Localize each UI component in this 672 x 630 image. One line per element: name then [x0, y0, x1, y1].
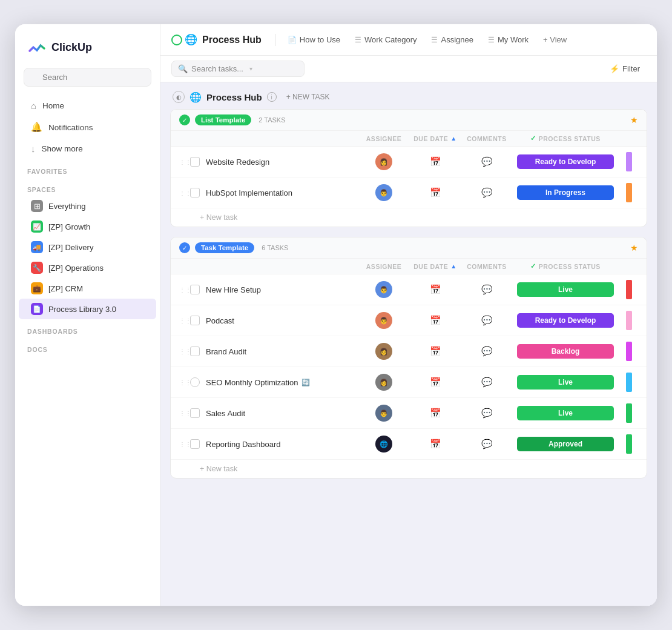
task-checkbox[interactable]: [190, 408, 200, 418]
task-template-col-headers: ASSIGNEE DUE DATE ▲ COMMENTS ✓ PROCESS S…: [171, 259, 647, 274]
task-comment-cell[interactable]: 💬: [463, 439, 511, 449]
task-name-col: Podcast: [206, 316, 360, 325]
toolbar: 🔍 Search tasks... ▾ ⚡ Filter: [160, 56, 657, 82]
color-strip: [626, 183, 632, 202]
sidebar-item-delivery[interactable]: 🚚 [ZP] Delivery: [19, 237, 156, 257]
chevron-down-icon-search: ▾: [249, 65, 252, 72]
task-assignee-cell: 👨: [360, 312, 408, 329]
task-assignee-cell: 👨: [360, 405, 408, 422]
crm-icon: 💼: [31, 282, 43, 294]
sidebar-section-spaces: SPACES: [15, 177, 160, 196]
task-checkbox[interactable]: [190, 285, 200, 294]
task-checkbox[interactable]: [190, 439, 200, 449]
task-search-bar[interactable]: 🔍 Search tasks... ▾: [171, 61, 305, 77]
search-placeholder: Search tasks...: [191, 64, 243, 73]
drag-handle-icon: ⋮⋮: [179, 159, 186, 165]
new-task-button[interactable]: + NEW TASK: [282, 91, 335, 103]
avatar: 👨: [375, 281, 392, 298]
task-status-cell[interactable]: In Progress: [511, 185, 620, 200]
tab-my-work[interactable]: ☰ My Work: [482, 32, 535, 47]
sidebar-item-everything[interactable]: ⊞ Everything: [19, 196, 156, 216]
task-checkbox[interactable]: [190, 157, 200, 167]
content-header-title: Process Hub: [206, 92, 262, 102]
task-due-date-cell[interactable]: 📅: [408, 377, 463, 388]
sidebar-item-process-library[interactable]: 📄 Process Library 3.0: [19, 299, 156, 319]
task-due-date-cell[interactable]: 📅: [408, 346, 463, 357]
task-extra-cell: [620, 311, 638, 330]
new-task-row-2[interactable]: + New task: [171, 460, 647, 478]
task-name-col: New Hire Setup: [206, 285, 360, 294]
tab-work-category[interactable]: ☰ Work Category: [349, 32, 423, 47]
drag-handle-icon: ⋮⋮: [179, 410, 186, 417]
process-library-icon: 📄: [31, 303, 43, 315]
task-name: Website Redesign: [206, 158, 269, 167]
task-comment-cell[interactable]: 💬: [463, 156, 511, 167]
sidebar-item-show-more[interactable]: ↓ Show more: [19, 138, 156, 159]
task-due-date-cell[interactable]: 📅: [408, 187, 463, 198]
sidebar-item-notifications[interactable]: 🔔 Notifications: [19, 116, 156, 138]
task-row: ⋮⋮ New Hire Setup 👨 📅 💬 Live: [171, 274, 647, 305]
collapse-button[interactable]: ◐: [173, 91, 185, 103]
task-status-cell[interactable]: Approved: [511, 437, 620, 451]
status-pill: Live: [517, 406, 614, 420]
task-comment-cell[interactable]: 💬: [463, 315, 511, 326]
sidebar-item-growth[interactable]: 📈 [ZP] Growth: [19, 216, 156, 237]
app-window: ClickUp 🔍 ⌂ Home 🔔 Notifications ↓ Show …: [15, 24, 657, 606]
task-extra-cell: [620, 434, 638, 454]
task-template-section: ✓ Task Template 6 TASKS ★ ASSIGNEE DUE D…: [170, 237, 647, 479]
task-comment-cell[interactable]: 💬: [463, 346, 511, 357]
task-name-col: HubSpot Implementation: [206, 188, 360, 197]
task-comment-cell[interactable]: 💬: [463, 284, 511, 295]
task-comment-cell[interactable]: 💬: [463, 408, 511, 419]
sidebar-section-dashboards: DASHBOARDS: [15, 319, 160, 337]
task-checkbox-circle[interactable]: [190, 377, 200, 387]
tab-how-to-use[interactable]: 📄 How to Use: [282, 32, 346, 47]
sidebar-item-crm[interactable]: 💼 [ZP] CRM: [19, 278, 156, 299]
sidebar-item-operations[interactable]: 🔧 [ZP] Operations: [19, 257, 156, 278]
task-checkbox[interactable]: [190, 346, 200, 356]
task-row: ⋮⋮ HubSpot Implementation 👨 📅 💬 In Progr…: [171, 177, 647, 208]
task-checkbox[interactable]: [190, 188, 200, 197]
task-checkbox[interactable]: [190, 316, 200, 325]
task-name: SEO Monthly Optimization: [206, 378, 298, 387]
sidebar-item-home[interactable]: ⌂ Home: [19, 95, 156, 116]
task-template-toggle[interactable]: ✓: [179, 242, 190, 253]
filter-button[interactable]: ⚡ Filter: [604, 61, 646, 76]
task-extra-cell: [620, 152, 638, 171]
check-icon-1: ✓: [530, 134, 536, 142]
status-pill: In Progress: [517, 185, 614, 200]
task-due-date-cell[interactable]: 📅: [408, 156, 463, 167]
task-name: HubSpot Implementation: [206, 188, 292, 197]
task-status-cell[interactable]: Backlog: [511, 344, 620, 359]
task-due-date-cell[interactable]: 📅: [408, 284, 463, 295]
task-status-cell[interactable]: Live: [511, 375, 620, 390]
task-assignee-cell: 👩: [360, 343, 408, 360]
info-icon[interactable]: i: [267, 92, 277, 102]
sidebar-item-show-more-label: Show more: [42, 144, 83, 153]
task-due-date-cell[interactable]: 📅: [408, 315, 463, 326]
sidebar-item-operations-label: [ZP] Operations: [48, 264, 104, 273]
task-name: Podcast: [206, 316, 234, 325]
task-status-cell[interactable]: Live: [511, 406, 620, 420]
content-area: ◐ 🌐 Process Hub i + NEW TASK ✓ List Temp…: [160, 82, 657, 606]
list-template-toggle[interactable]: ✓: [179, 114, 190, 125]
star-icon-list: ★: [630, 115, 638, 125]
add-view-button[interactable]: + View: [537, 32, 573, 47]
color-strip: [626, 280, 632, 299]
tab-assignee[interactable]: ☰ Assignee: [425, 32, 479, 47]
sidebar-search-input[interactable]: [24, 68, 151, 87]
task-comment-cell[interactable]: 💬: [463, 377, 511, 388]
col-header-assignee-2: ASSIGNEE: [360, 263, 408, 270]
new-task-row[interactable]: + New task: [171, 208, 647, 227]
drag-handle-icon: ⋮⋮: [179, 441, 186, 448]
delivery-icon: 🚚: [31, 241, 43, 253]
sort-arrow-icon: ▲: [450, 135, 456, 142]
chevron-down-icon: ↓: [31, 144, 36, 154]
task-due-date-cell[interactable]: 📅: [408, 408, 463, 419]
task-status-cell[interactable]: Live: [511, 282, 620, 297]
task-comment-cell[interactable]: 💬: [463, 187, 511, 198]
task-due-date-cell[interactable]: 📅: [408, 439, 463, 449]
color-strip: [626, 342, 632, 361]
task-status-cell[interactable]: Ready to Develop: [511, 154, 620, 169]
task-status-cell[interactable]: Ready to Develop: [511, 313, 620, 328]
